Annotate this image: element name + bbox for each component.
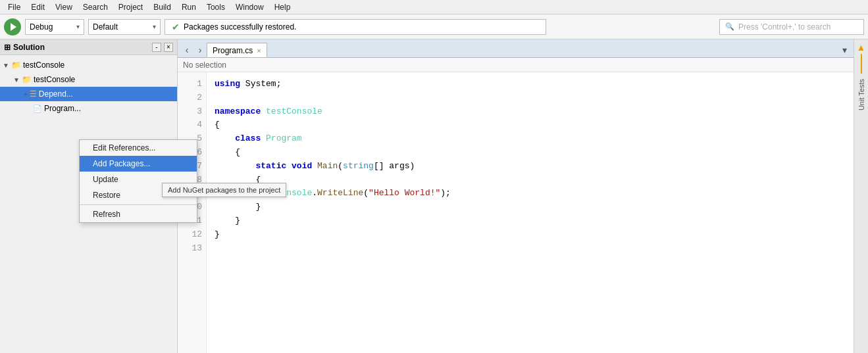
right-panel: ▲ Unit Tests bbox=[854, 39, 868, 353]
toolbar: Debug ▾ Default ▾ ✔ Packages successfull… bbox=[0, 14, 868, 39]
tab-forward-button[interactable]: › bbox=[193, 43, 207, 57]
menu-tools[interactable]: Tools bbox=[201, 1, 230, 13]
platform-arrow: ▾ bbox=[153, 23, 156, 30]
platform-label: Default bbox=[93, 22, 118, 32]
warning-icon: ▲ bbox=[857, 42, 866, 53]
tab-bar: ‹ › Program.cs × ▾ bbox=[178, 39, 854, 58]
panel-actions: - × bbox=[152, 43, 173, 52]
ctx-separator bbox=[80, 204, 197, 205]
tab-more-button[interactable]: ▾ bbox=[838, 43, 851, 57]
solution-icon: ⊞ bbox=[4, 43, 11, 52]
run-button[interactable] bbox=[4, 18, 21, 35]
debug-config-arrow: ▾ bbox=[76, 23, 80, 30]
tree-label-solution: testConsole bbox=[23, 60, 64, 70]
tree-item-solution[interactable]: ▼ 📁 testConsole bbox=[0, 58, 177, 72]
tab-program-cs[interactable]: Program.cs × bbox=[207, 43, 267, 57]
code-content[interactable]: using System; namespace testConsole { cl… bbox=[207, 72, 854, 353]
debug-config-label: Debug bbox=[30, 22, 53, 32]
orange-marker bbox=[861, 54, 862, 74]
solution-panel: ⊞ Solution - × ▼ 📁 testConsole ▼ 📁 testC… bbox=[0, 39, 178, 353]
platform-select[interactable]: Default ▾ bbox=[88, 19, 161, 35]
search-placeholder: Press 'Control+,' to search bbox=[738, 22, 830, 32]
menu-view[interactable]: View bbox=[50, 1, 78, 13]
tab-back-button[interactable]: ‹ bbox=[180, 43, 193, 57]
tree-arrow-solution: ▼ bbox=[3, 62, 9, 69]
tree-item-project[interactable]: ▼ 📁 testConsole bbox=[0, 72, 177, 87]
unit-tests-label[interactable]: Unit Tests bbox=[855, 75, 867, 114]
selection-text: No selection bbox=[183, 60, 226, 70]
tree-item-program[interactable]: 📄 Program... bbox=[0, 101, 177, 116]
project-icon: 📁 bbox=[22, 75, 32, 84]
panel-title: ⊞ Solution bbox=[4, 43, 45, 52]
status-text: Packages successfully restored. bbox=[184, 22, 296, 32]
status-check-icon: ✔ bbox=[172, 22, 180, 32]
menu-file[interactable]: File bbox=[3, 1, 26, 13]
panel-close-button[interactable]: × bbox=[164, 43, 173, 52]
folder-icon: 📁 bbox=[11, 60, 21, 70]
file-icon: 📄 bbox=[33, 105, 42, 113]
tab-label: Program.cs bbox=[213, 46, 253, 55]
search-icon: 🔍 bbox=[725, 22, 734, 31]
tooltip-add-packages: Add NuGet packages to the project bbox=[162, 183, 286, 197]
menu-search[interactable]: Search bbox=[78, 1, 113, 13]
ctx-edit-references[interactable]: Edit References... bbox=[80, 140, 197, 156]
menu-edit[interactable]: Edit bbox=[26, 1, 50, 13]
context-menu: Edit References... Add Packages... Updat… bbox=[79, 139, 197, 223]
tree-label-project: testConsole bbox=[34, 75, 75, 84]
deps-icon: ☰ bbox=[30, 89, 37, 99]
ctx-add-packages[interactable]: Add Packages... bbox=[80, 156, 197, 172]
tab-close-button[interactable]: × bbox=[257, 47, 261, 55]
status-bar: ✔ Packages successfully restored. bbox=[165, 19, 546, 35]
menu-run[interactable]: Run bbox=[176, 1, 201, 13]
menu-help[interactable]: Help bbox=[269, 1, 296, 13]
main-area: ⊞ Solution - × ▼ 📁 testConsole ▼ 📁 testC… bbox=[0, 39, 868, 353]
menu-window[interactable]: Window bbox=[230, 1, 269, 13]
tree-label-deps: Depend... bbox=[39, 89, 73, 99]
tree-label-program: Program... bbox=[44, 104, 81, 113]
code-area: 12345678910111213 using System; namespac… bbox=[178, 72, 854, 353]
tree-item-dependencies[interactable]: + ☰ Depend... bbox=[0, 87, 177, 101]
tree-arrow-deps: + bbox=[24, 91, 28, 98]
editor-wrapper: No selection 12345678910111213 using Sys… bbox=[178, 58, 854, 353]
ctx-refresh[interactable]: Refresh bbox=[80, 206, 197, 222]
menu-project[interactable]: Project bbox=[113, 1, 148, 13]
panel-minimize-button[interactable]: - bbox=[152, 43, 161, 52]
selection-bar: No selection bbox=[178, 58, 854, 72]
global-search[interactable]: 🔍 Press 'Control+,' to search bbox=[719, 19, 864, 35]
debug-config-select[interactable]: Debug ▾ bbox=[25, 19, 84, 35]
menubar: File Edit View Search Project Build Run … bbox=[0, 0, 868, 14]
panel-header: ⊞ Solution - × bbox=[0, 39, 177, 55]
tree-arrow-project: ▼ bbox=[13, 76, 20, 83]
panel-title-label: Solution bbox=[13, 43, 45, 52]
menu-build[interactable]: Build bbox=[148, 1, 176, 13]
